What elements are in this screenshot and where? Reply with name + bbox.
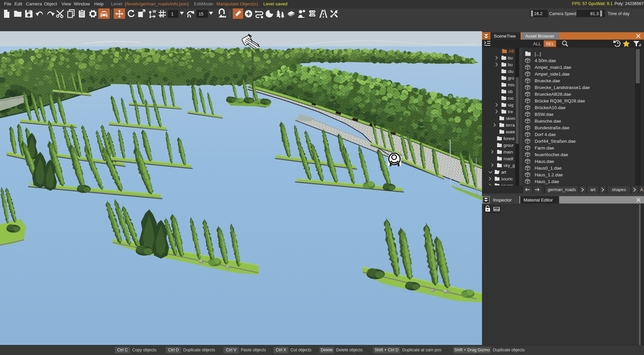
svg-text:Ampel_main1.dae: Ampel_main1.dae — [535, 65, 571, 70]
svg-text:16.2: 16.2 — [534, 11, 542, 16]
svg-text:sounc: sounc — [501, 176, 513, 181]
svg-text:BSW.dae: BSW.dae — [535, 112, 553, 117]
svg-text:Bundestraße.dae: Bundestraße.dae — [535, 125, 570, 130]
svg-text:ALL: ALL — [533, 41, 541, 46]
svg-text:1: 1 — [171, 11, 173, 16]
svg-text:Camera Speed: Camera Speed — [549, 11, 576, 16]
svg-text:grour: grour — [503, 143, 514, 148]
svg-text:skies: skies — [506, 116, 516, 121]
svg-text:Haus_1.2.dae: Haus_1.2.dae — [535, 172, 563, 177]
svg-text:BrueckeAB28.dae: BrueckeAB28.dae — [535, 92, 571, 97]
svg-text:german_roads: german_roads — [548, 187, 576, 192]
svg-text:Bruecke_Landstrasse1.dae: Bruecke_Landstrasse1.dae — [535, 85, 590, 90]
svg-text:[...]: [...] — [535, 51, 541, 56]
svg-text:bu: bu — [508, 55, 513, 60]
svg-text:Bruecke.dae: Bruecke.dae — [535, 78, 560, 83]
svg-text:Haus0_1.dae: Haus0_1.dae — [535, 166, 561, 171]
svg-text:forest: forest — [503, 136, 515, 141]
svg-text:wate: wate — [505, 129, 515, 134]
svg-text:Time of day: Time of day — [608, 11, 630, 16]
svg-text:A: A — [640, 187, 643, 192]
svg-text:Dorf44_Straßen.dae: Dorf44_Straßen.dae — [535, 139, 576, 144]
svg-text:main: main — [503, 149, 513, 154]
svg-text:tre: tre — [508, 109, 513, 114]
svg-text:roc: roc — [508, 96, 514, 101]
svg-text:Farm.dae: Farm.dae — [535, 145, 554, 150]
svg-text:Inspector: Inspector — [493, 197, 512, 203]
svg-text:roadt: roadt — [503, 156, 514, 161]
svg-text:bu: bu — [508, 62, 513, 67]
svg-text:4.50m.dae: 4.50m.dae — [535, 58, 556, 63]
svg-text:AB: AB — [508, 49, 514, 54]
svg-text:Ampel_side1.dae: Ampel_side1.dae — [535, 72, 570, 77]
svg-text:Haus_1.dae: Haus_1.dae — [535, 179, 559, 184]
svg-text:sky_g: sky_g — [503, 163, 515, 168]
svg-text:15: 15 — [199, 11, 203, 16]
svg-text:art: art — [501, 170, 506, 175]
svg-text:81.3: 81.3 — [590, 11, 599, 16]
svg-text:Dorf 4.dae: Dorf 4.dae — [535, 132, 556, 137]
svg-text:W: W — [153, 9, 156, 13]
svg-text:BrückeA10.dae: BrückeA10.dae — [535, 105, 566, 110]
svg-text:mis: mis — [508, 82, 515, 87]
svg-text:shapes: shapes — [612, 187, 626, 192]
svg-text:ob: ob — [508, 89, 513, 94]
svg-text:SceneTree: SceneTree — [494, 34, 516, 39]
svg-text:clu: clu — [508, 69, 514, 74]
svg-text:Haus.dae: Haus.dae — [535, 159, 554, 164]
svg-text:feuerlöscher.dae: feuerlöscher.dae — [535, 152, 568, 157]
svg-text:gro: gro — [508, 76, 514, 81]
svg-text:Material Editor: Material Editor — [524, 197, 553, 203]
svg-text:terra: terra — [506, 123, 515, 128]
svg-text:NEW: NEW — [494, 208, 500, 211]
svg-text:SEL: SEL — [546, 41, 554, 46]
svg-text:Asset Browser: Asset Browser — [525, 34, 555, 39]
svg-text:Buesche.dae: Buesche.dae — [535, 119, 561, 124]
svg-text:sig: sig — [508, 102, 514, 107]
svg-text:Brücke RQ36_RQ28.dae: Brücke RQ36_RQ28.dae — [535, 98, 585, 103]
svg-text:art: art — [590, 187, 596, 192]
